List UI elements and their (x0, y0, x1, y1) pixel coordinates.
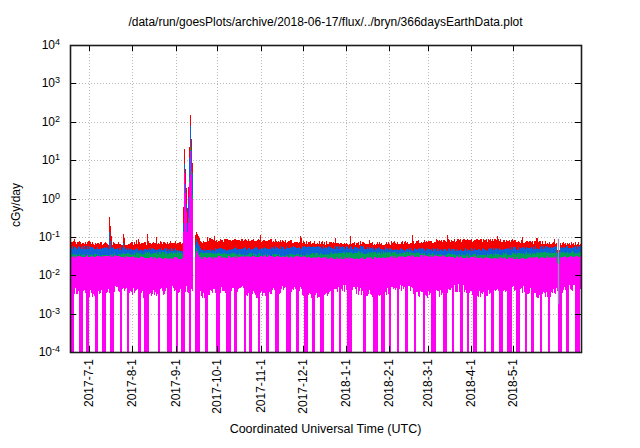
x-tick-label: 2018-5-1 (506, 359, 520, 407)
y-tick-label: 101 (0, 151, 60, 169)
x-tick-label: 2018-1-1 (339, 359, 353, 407)
x-tick-label: 2017-11-1 (254, 359, 268, 413)
plot-title: /data/run/goesPlots/archive/2018-06-17/f… (70, 15, 581, 29)
y-tick-label: 102 (0, 113, 60, 131)
x-tick-label: 2018-4-1 (464, 359, 478, 407)
y-tick-label: 10-2 (0, 266, 60, 284)
x-tick-label: 2018-2-1 (382, 359, 396, 407)
x-tick-label: 2017-8-1 (125, 359, 139, 407)
x-tick-label: 2017-7-1 (82, 359, 96, 407)
y-tick-label: 10-3 (0, 305, 60, 323)
y-tick-label: 103 (0, 74, 60, 92)
x-tick-label: 2017-9-1 (169, 359, 183, 407)
y-tick-label: 104 (0, 36, 60, 54)
x-tick-label: 2018-3-1 (421, 359, 435, 407)
y-tick-label: 100 (0, 190, 60, 208)
x-tick-label: 2017-10-1 (210, 359, 224, 414)
y-tick-label: 10-1 (0, 228, 60, 246)
x-tick-label: 2017-12-1 (296, 359, 310, 414)
y-tick-label: 10-4 (0, 343, 60, 361)
x-axis-label: Coordinated Universal Time (UTC) (70, 422, 581, 436)
goes-dose-plot-figure: 2017-7-12017-8-12017-9-12017-10-12017-11… (0, 0, 640, 448)
plot-area: 2017-7-12017-8-12017-9-12017-10-12017-11… (0, 0, 640, 448)
